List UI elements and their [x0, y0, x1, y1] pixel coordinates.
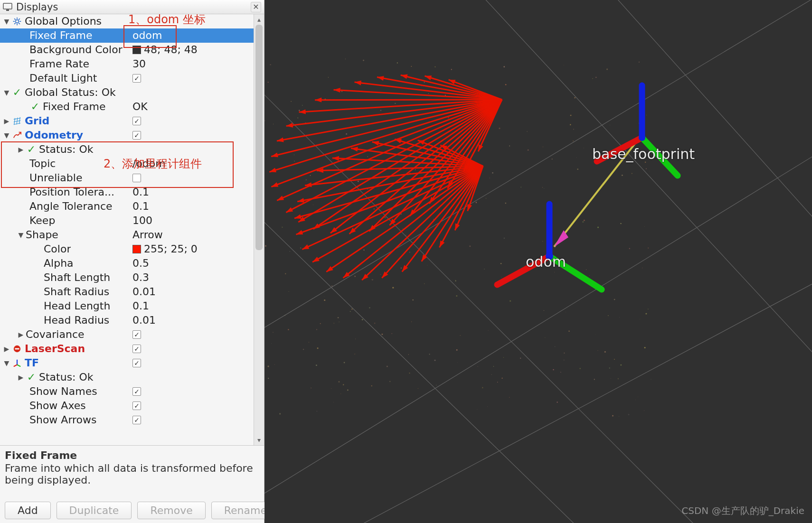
svg-point-52	[317, 347, 319, 349]
svg-line-25	[264, 71, 716, 523]
svg-point-146	[339, 321, 340, 322]
row-position-tolerance[interactable]: Position Tolera... 0.1	[0, 185, 254, 199]
svg-point-243	[343, 184, 343, 185]
svg-point-134	[317, 411, 317, 411]
svg-point-177	[614, 359, 615, 360]
svg-point-41	[552, 159, 553, 159]
row-shaft-radius[interactable]: Shaft Radius 0.01	[0, 285, 254, 299]
svg-marker-320	[271, 153, 278, 158]
default-light-checkbox[interactable]: ✓	[132, 74, 141, 83]
row-odometry[interactable]: ▼ Odometry ✓	[0, 128, 254, 142]
svg-point-394	[639, 134, 645, 141]
svg-line-26	[464, 0, 812, 427]
row-keep[interactable]: Keep 100	[0, 214, 254, 228]
row-odom-status[interactable]: ▶ ✓ Status: Ok	[0, 142, 254, 157]
row-odom-color[interactable]: Color 255; 25; 0	[0, 242, 254, 256]
row-angle-tolerance[interactable]: Angle Tolerance 0.1	[0, 199, 254, 214]
svg-point-260	[544, 310, 545, 311]
svg-point-95	[331, 388, 331, 389]
row-show-axes[interactable]: Show Axes ✓	[0, 399, 254, 413]
remove-button[interactable]: Remove	[137, 502, 205, 519]
row-covariance[interactable]: ▶Covariance ✓	[0, 327, 254, 342]
svg-point-170	[620, 223, 621, 224]
svg-point-142	[268, 378, 269, 379]
odometry-checkbox[interactable]: ✓	[132, 131, 141, 140]
svg-marker-360	[312, 257, 320, 262]
row-show-arrows[interactable]: Show Arrows ✓	[0, 413, 254, 427]
show-arrows-checkbox[interactable]: ✓	[132, 416, 141, 424]
row-tf[interactable]: ▼ TF ✓	[0, 356, 254, 370]
scroll-up-icon[interactable]: ▴	[254, 14, 264, 25]
show-axes-checkbox[interactable]: ✓	[132, 402, 141, 410]
row-alpha[interactable]: Alpha 0.5	[0, 256, 254, 271]
scroll-thumb[interactable]	[255, 25, 263, 250]
svg-marker-366	[294, 214, 302, 219]
row-unreliable[interactable]: Unreliable	[0, 171, 254, 185]
row-global-options[interactable]: ▼ Global Options	[0, 14, 254, 28]
topic-value[interactable]: /odom	[132, 157, 166, 171]
svg-point-256	[570, 115, 572, 116]
row-frame-rate[interactable]: Frame Rate 30	[0, 57, 254, 71]
row-head-length[interactable]: Head Length 0.1	[0, 299, 254, 313]
row-topic[interactable]: Topic /odom	[0, 157, 254, 171]
odom-color-swatch[interactable]	[132, 245, 141, 253]
svg-point-115	[451, 69, 452, 70]
tf-checkbox[interactable]: ✓	[132, 359, 141, 367]
svg-point-237	[418, 388, 418, 389]
laserscan-checkbox[interactable]: ✓	[132, 345, 141, 353]
displays-tree[interactable]: 1、odom 坐标 2、添加里程计组件 ▼ Global Options Fix…	[0, 14, 254, 445]
svg-point-248	[387, 365, 388, 367]
check-icon: ✓	[26, 144, 37, 155]
svg-point-145	[504, 237, 505, 239]
svg-point-155	[469, 245, 471, 247]
show-names-checkbox[interactable]: ✓	[132, 387, 141, 396]
svg-point-63	[576, 158, 577, 158]
svg-line-22	[264, 0, 812, 342]
svg-point-150	[402, 228, 403, 228]
svg-marker-328	[315, 98, 321, 103]
svg-point-246	[411, 66, 412, 67]
unreliable-checkbox[interactable]	[132, 174, 141, 182]
svg-line-10	[14, 23, 16, 24]
row-laserscan[interactable]: ▶ LaserScan ✓	[0, 342, 254, 356]
svg-point-184	[500, 263, 502, 264]
bg-color-swatch[interactable]	[132, 46, 141, 54]
svg-point-36	[560, 372, 561, 373]
3d-viewport[interactable]: base_footprint odom CSDN @生产队的驴_Drakie	[264, 0, 812, 523]
row-show-names[interactable]: Show Names ✓	[0, 384, 254, 399]
covariance-checkbox[interactable]: ✓	[132, 330, 141, 339]
row-grid[interactable]: ▶ Grid ✓	[0, 114, 254, 128]
check-icon: ✓	[26, 372, 37, 383]
add-button[interactable]: Add	[5, 502, 51, 519]
row-shaft-length[interactable]: Shaft Length 0.3	[0, 271, 254, 285]
svg-point-275	[557, 402, 557, 402]
svg-point-241	[264, 121, 265, 121]
row-global-status[interactable]: ▼ ✓ Global Status: Ok	[0, 85, 254, 100]
svg-point-152	[273, 332, 274, 333]
row-tf-status[interactable]: ▶ ✓ Status: Ok	[0, 370, 254, 384]
svg-point-83	[455, 280, 456, 281]
row-fixed-frame-status[interactable]: ✓ Fixed Frame OK	[0, 100, 254, 114]
panel-close-button[interactable]: ✕	[251, 2, 261, 12]
row-shape[interactable]: ▼Shape Arrow	[0, 228, 254, 242]
row-fixed-frame[interactable]: Fixed Frame odom	[0, 28, 254, 43]
svg-point-190	[362, 319, 363, 320]
svg-point-51	[294, 161, 295, 162]
row-default-light[interactable]: Default Light ✓	[0, 71, 254, 85]
row-head-radius[interactable]: Head Radius 0.01	[0, 313, 254, 327]
svg-point-154	[279, 413, 281, 414]
svg-point-207	[589, 275, 590, 276]
scroll-down-icon[interactable]: ▾	[254, 435, 264, 445]
svg-point-172	[338, 381, 340, 383]
svg-line-21	[14, 365, 17, 367]
svg-point-33	[411, 321, 412, 322]
duplicate-button[interactable]: Duplicate	[57, 502, 132, 519]
svg-point-236	[499, 128, 500, 129]
tree-scrollbar[interactable]: ▴ ▾	[254, 14, 264, 445]
svg-point-93	[595, 190, 595, 191]
svg-point-156	[397, 62, 398, 63]
svg-point-29	[604, 351, 606, 353]
grid-checkbox[interactable]: ✓	[132, 117, 141, 125]
fixed-frame-value[interactable]: odom	[132, 28, 162, 43]
row-background-color[interactable]: Background Color 48; 48; 48	[0, 43, 254, 57]
